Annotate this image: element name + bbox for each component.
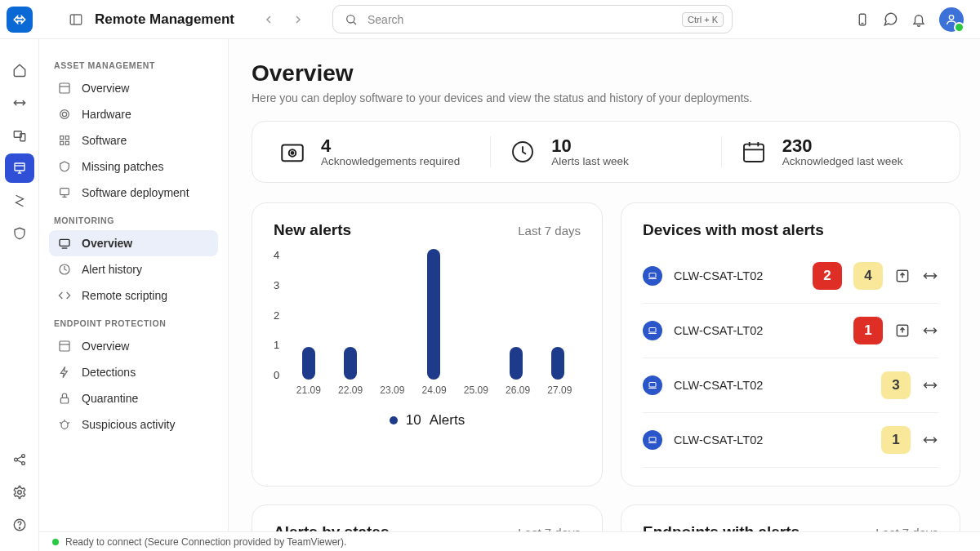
device-name: CLW-CSAT-LT02 <box>674 269 763 282</box>
nav-suspicious-activity[interactable]: Suspicious activity <box>49 411 218 438</box>
nav-label: Software deployment <box>82 186 189 199</box>
rail-share[interactable] <box>5 445 34 474</box>
nav-missing-patches[interactable]: Missing patches <box>49 153 218 180</box>
rail-management[interactable] <box>5 153 34 183</box>
nav-detections[interactable]: Detections <box>49 359 218 385</box>
svg-line-3 <box>354 22 356 24</box>
stat-label: Acknowledged last week <box>782 155 903 167</box>
alert-badge-critical: 1 <box>853 317 883 344</box>
svg-rect-21 <box>60 83 69 93</box>
calendar-icon <box>738 136 769 167</box>
svg-rect-51 <box>649 328 656 333</box>
app-logo[interactable] <box>7 7 33 33</box>
nav-back-button[interactable] <box>257 8 280 31</box>
svg-line-16 <box>17 456 22 459</box>
nav-alert-history[interactable]: Alert history <box>49 256 218 282</box>
card-range: Last 7 days <box>518 526 581 532</box>
svg-point-23 <box>62 112 66 116</box>
nav-hardware[interactable]: Hardware <box>49 101 218 127</box>
rail-help[interactable] <box>5 510 34 540</box>
main-heading: Overview <box>252 60 960 87</box>
alert-badge-warning: 1 <box>881 426 911 454</box>
svg-point-20 <box>19 527 20 528</box>
swap-icon[interactable] <box>922 322 938 339</box>
svg-rect-35 <box>60 398 68 403</box>
rail-workflows[interactable] <box>5 186 34 216</box>
legend-label: Alerts <box>430 412 465 429</box>
nav-software[interactable]: Software <box>49 127 218 153</box>
search-field[interactable]: Ctrl + K <box>332 5 733 33</box>
swap-icon[interactable] <box>922 268 938 284</box>
nav-forward-button[interactable] <box>287 8 310 31</box>
rail-devices[interactable] <box>5 121 34 150</box>
nav-label: Alert history <box>82 263 142 276</box>
svg-line-39 <box>68 422 69 423</box>
device-row: CLW-CSAT-LT02 1 <box>643 413 938 468</box>
stat-num: 10 <box>551 137 629 155</box>
chart-bar <box>302 347 315 380</box>
new-alerts-card: New alerts Last 7 days 43210 21.0922.092… <box>252 202 603 487</box>
svg-rect-30 <box>60 239 69 246</box>
nav-group-asset: ASSET MANAGEMENT <box>54 60 213 70</box>
bug-icon <box>57 418 72 431</box>
rail-settings[interactable] <box>5 478 34 507</box>
svg-point-18 <box>17 491 21 495</box>
export-icon[interactable] <box>894 268 911 284</box>
patch-icon <box>57 160 72 173</box>
export-icon[interactable] <box>894 322 911 339</box>
x-tick: 23.09 <box>380 384 404 396</box>
svg-rect-33 <box>60 341 69 351</box>
nav-group-monitoring: MONITORING <box>54 216 213 225</box>
avatar[interactable] <box>939 7 964 32</box>
nav-quarantine[interactable]: Quarantine <box>49 385 218 411</box>
lock-icon <box>57 392 72 405</box>
stat-bar: 4Acknowledgements required 10Alerts last… <box>252 121 960 183</box>
card-title: Devices with most alerts <box>643 221 824 239</box>
swap-icon[interactable] <box>922 377 938 393</box>
legend-dot-icon <box>390 416 398 424</box>
nav-label: Software <box>82 134 127 147</box>
nav-group-endpoint: ENDPOINT PROTECTION <box>54 318 213 328</box>
card-title: Endpoints with alerts <box>643 523 800 531</box>
nav-remote-scripting[interactable]: Remote scripting <box>49 282 218 309</box>
code-icon <box>57 289 72 302</box>
nav-label: Remote scripting <box>82 289 167 302</box>
device-row: CLW-CSAT-LT02 1 <box>643 304 938 358</box>
history-icon <box>57 263 72 276</box>
rail-transfer[interactable] <box>5 88 34 118</box>
svg-point-6 <box>949 15 953 19</box>
nav-label: Missing patches <box>82 160 163 173</box>
device-row: CLW-CSAT-LT02 2 4 <box>643 249 938 304</box>
rail-home[interactable] <box>5 56 34 85</box>
svg-rect-0 <box>70 15 82 24</box>
search-input[interactable] <box>368 13 672 26</box>
svg-rect-28 <box>65 141 69 144</box>
card-title: New alerts <box>274 221 351 239</box>
chat-icon[interactable] <box>883 11 898 27</box>
nav-monitoring-overview[interactable]: Overview <box>49 230 218 256</box>
monitor-icon <box>57 237 72 250</box>
svg-point-36 <box>61 421 68 429</box>
ack-required-icon <box>277 136 308 167</box>
swap-icon[interactable] <box>922 432 938 448</box>
nav-endpoint-overview[interactable]: Overview <box>49 333 218 359</box>
panel-toggle-icon[interactable] <box>69 12 83 27</box>
nav-asset-overview[interactable]: Overview <box>49 75 218 101</box>
rail-security[interactable] <box>5 219 34 248</box>
legend-count: 10 <box>406 412 421 429</box>
nav-label: Overview <box>82 237 132 250</box>
chart-bar <box>344 347 357 380</box>
nav-label: Overview <box>82 340 129 353</box>
nav-software-deployment[interactable]: Software deployment <box>49 180 218 206</box>
devices-alerts-card: Devices with most alerts CLW-CSAT-LT02 2… <box>621 202 960 487</box>
device-icon[interactable] <box>855 12 870 27</box>
svg-rect-26 <box>65 136 69 140</box>
bell-icon[interactable] <box>911 12 926 27</box>
laptop-icon <box>643 375 662 395</box>
device-name: CLW-CSAT-LT02 <box>674 324 763 337</box>
alert-badge-warning: 4 <box>853 262 883 290</box>
alert-badge-critical: 2 <box>813 262 842 290</box>
alerts-chart: 43210 21.0922.0923.0924.0925.0926.0927.0… <box>274 249 581 396</box>
laptop-icon <box>643 321 662 340</box>
svg-rect-27 <box>60 141 64 144</box>
